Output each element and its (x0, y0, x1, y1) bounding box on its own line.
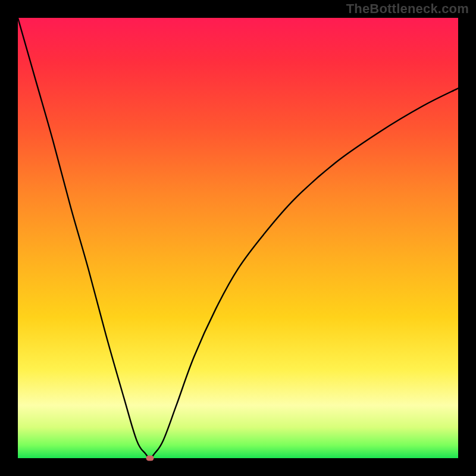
minimum-marker (146, 456, 154, 461)
chart-frame: TheBottleneck.com (0, 0, 476, 476)
watermark-text: TheBottleneck.com (346, 1, 469, 17)
bottleneck-curve (18, 18, 458, 458)
plot-area (18, 18, 458, 458)
